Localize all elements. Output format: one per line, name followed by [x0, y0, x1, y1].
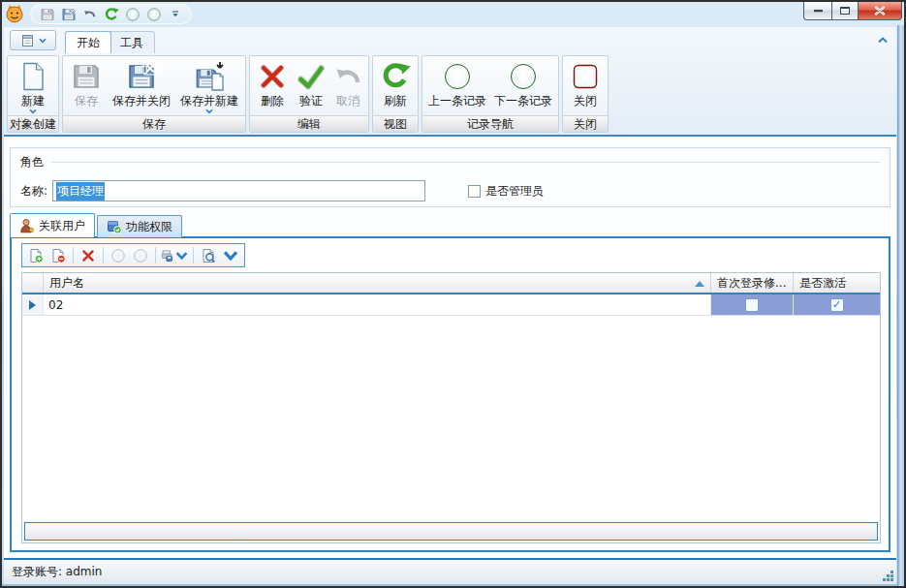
application-menu-button[interactable]: [10, 30, 56, 50]
delete-button[interactable]: 删除: [252, 57, 293, 115]
is-active-checkbox[interactable]: ✓: [830, 298, 844, 312]
ribbon-group-label: 视图: [373, 115, 418, 132]
window-frame-right: [897, 25, 904, 586]
ribbon-group-label: 记录导航: [422, 115, 558, 132]
column-label: 是否激活: [799, 275, 846, 292]
next-record-icon[interactable]: [145, 6, 162, 22]
move-up-icon[interactable]: [109, 246, 128, 264]
cancel-button[interactable]: 取消: [329, 57, 366, 115]
app-logo-icon: [5, 4, 24, 23]
toolbar-separator: [193, 247, 194, 263]
login-account-status: 登录账号: admin: [12, 564, 102, 580]
new-button[interactable]: 新建: [10, 57, 56, 115]
column-header-is-active[interactable]: 是否激活: [794, 273, 880, 293]
column-label: 用户名: [49, 275, 84, 292]
previous-record-icon[interactable]: [124, 6, 141, 22]
button-label: 保存并新建: [180, 94, 238, 108]
username-cell[interactable]: 02: [44, 294, 711, 315]
admin-checkbox-wrap: ✓ 是否管理员: [468, 183, 544, 200]
chevron-down-icon: [205, 108, 213, 114]
ribbon-group-save: 保存 保存并关闭 保存并新建 保存: [62, 55, 246, 133]
toolbar-separator: [103, 247, 104, 263]
chevron-down-icon: [175, 248, 188, 263]
ribbon-group-close: 关闭 关闭: [562, 55, 609, 133]
role-form-panel: 角色 名称: 项目经理 ✓ 是否管理员: [10, 147, 890, 207]
refresh-button[interactable]: 刷新: [375, 57, 416, 115]
ribbon-tab-start[interactable]: 开始: [65, 31, 111, 53]
tab-related-users[interactable]: 关联用户: [10, 213, 95, 237]
collapse-ribbon-icon[interactable]: [875, 33, 890, 46]
column-header-username[interactable]: 用户名: [44, 273, 711, 293]
save-icon[interactable]: [39, 6, 55, 22]
ribbon-group-record-navigation: 上一条记录 下一条记录 记录导航: [422, 55, 559, 133]
button-label: 删除: [261, 94, 284, 108]
export-icon[interactable]: [161, 246, 188, 264]
first-login-checkbox[interactable]: ✓: [745, 298, 759, 312]
related-users-tabpage: 用户名 首次登录修... 是否激活 02 ✓: [10, 236, 890, 552]
column-header-first-login[interactable]: 首次登录修...: [711, 273, 794, 293]
window-frame-bottom: [2, 584, 897, 586]
ribbon-group-edit: 删除 验证 取消 编辑: [249, 55, 369, 133]
quick-access-toolbar: [30, 4, 192, 24]
tab-function-permissions[interactable]: 功能权限: [97, 215, 182, 237]
admin-checkbox[interactable]: ✓: [468, 185, 481, 198]
permission-icon: [107, 219, 122, 234]
refresh-icon[interactable]: [103, 6, 119, 22]
user-icon: [19, 218, 35, 233]
maximize-button[interactable]: [831, 2, 859, 20]
customize-quick-access-icon[interactable]: [167, 6, 183, 22]
ribbon-tab-row: 开始 工具: [4, 27, 896, 53]
move-down-icon[interactable]: [131, 246, 150, 264]
previous-record-button[interactable]: 上一条记录: [424, 57, 490, 115]
save-and-new-button[interactable]: 保存并新建: [175, 57, 243, 115]
delete-icon[interactable]: [78, 246, 98, 264]
undo-icon: [332, 61, 363, 92]
name-input[interactable]: 项目经理: [52, 180, 425, 201]
ribbon-group-label: 关闭: [563, 115, 608, 132]
is-active-cell[interactable]: ✓: [794, 294, 880, 315]
admin-checkbox-label: 是否管理员: [485, 183, 544, 200]
ribbon-group-label: 对象创建: [8, 115, 58, 132]
button-label: 保存: [75, 94, 98, 108]
save-and-close-button[interactable]: 保存并关闭: [108, 57, 175, 115]
row-indicator-header: [22, 273, 44, 293]
ribbon: 开始 工具 新建 对象创建: [4, 27, 896, 137]
chevron-down-icon: [29, 108, 37, 114]
validate-button[interactable]: 验证: [293, 57, 329, 115]
app-menu-icon: [20, 33, 36, 48]
column-label: 首次登录修...: [717, 275, 786, 292]
group-caption: 角色: [20, 154, 880, 170]
button-label: 刷新: [384, 94, 407, 108]
ribbon-groups: 新建 对象创建 保存 保存并关闭: [7, 55, 609, 133]
first-login-cell[interactable]: ✓: [711, 294, 794, 315]
close-window-button[interactable]: [859, 2, 902, 20]
grid-footer-bar[interactable]: [24, 522, 878, 541]
ribbon-group-view: 刷新 视图: [372, 55, 419, 133]
save-button[interactable]: 保存: [65, 57, 108, 115]
save-and-close-icon[interactable]: [60, 6, 77, 22]
button-label: 新建: [21, 94, 45, 108]
sort-ascending-icon: [695, 281, 704, 287]
button-label: 验证: [299, 94, 323, 108]
titlebar: [2, 2, 904, 27]
next-record-button[interactable]: 下一条记录: [490, 57, 556, 115]
close-button[interactable]: 关闭: [565, 57, 606, 115]
table-row[interactable]: 02 ✓ ✓: [22, 294, 880, 316]
minimize-button[interactable]: [803, 2, 831, 20]
ribbon-tab-tools[interactable]: 工具: [109, 31, 155, 53]
new-document-icon: [17, 61, 48, 92]
more-options-icon[interactable]: [221, 246, 240, 264]
delete-icon: [257, 61, 288, 92]
caption-rule: [51, 162, 880, 163]
ribbon-group-label: 编辑: [250, 115, 368, 132]
add-row-icon[interactable]: [26, 246, 46, 264]
undo-icon[interactable]: [81, 6, 98, 22]
remove-row-icon[interactable]: [48, 246, 68, 264]
refresh-icon: [380, 61, 411, 92]
validate-icon: [296, 61, 327, 92]
name-input-value: 项目经理: [56, 182, 105, 201]
button-label: 关闭: [574, 94, 597, 108]
resize-grip[interactable]: [882, 570, 894, 582]
checkmark: ✓: [832, 298, 841, 311]
print-preview-icon[interactable]: [199, 246, 218, 264]
